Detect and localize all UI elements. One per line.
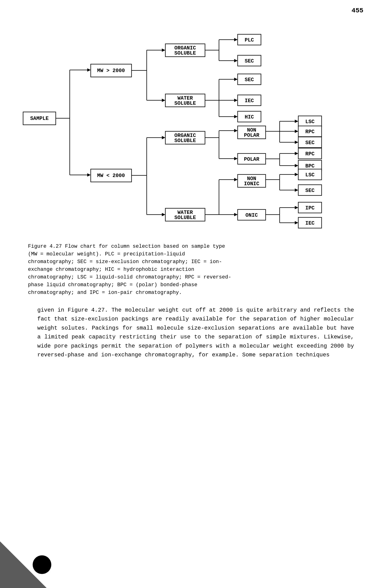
- svg-marker-41: [234, 115, 238, 118]
- svg-text:SAMPLE: SAMPLE: [30, 116, 48, 122]
- page-number: 455: [352, 7, 363, 14]
- svg-text:SEC: SEC: [305, 188, 315, 194]
- figure-caption: Figure 4.27 Flow chart for column select…: [28, 243, 354, 296]
- svg-marker-98: [234, 178, 238, 181]
- svg-marker-37: [234, 99, 238, 102]
- svg-marker-16: [162, 99, 165, 102]
- svg-marker-92: [295, 164, 298, 167]
- svg-text:POLAR: POLAR: [244, 156, 259, 162]
- svg-text:MW > 2000: MW > 2000: [97, 68, 125, 74]
- svg-text:BPC: BPC: [305, 163, 315, 169]
- svg-text:LSC: LSC: [305, 172, 315, 178]
- svg-text:SOLUBLE: SOLUBLE: [174, 50, 196, 56]
- svg-marker-68: [234, 157, 238, 160]
- svg-marker-23: [234, 38, 238, 41]
- svg-marker-123: [295, 221, 298, 224]
- svg-marker-51: [162, 136, 165, 139]
- svg-text:LSC: LSC: [305, 119, 315, 125]
- svg-marker-45: [87, 173, 91, 177]
- svg-marker-113: [295, 189, 298, 192]
- svg-text:HIC: HIC: [245, 114, 254, 120]
- svg-marker-56: [162, 213, 165, 216]
- svg-marker-109: [295, 173, 298, 176]
- svg-text:POLAR: POLAR: [244, 132, 259, 138]
- svg-marker-11: [162, 48, 165, 52]
- svg-text:RPC: RPC: [305, 151, 315, 157]
- svg-text:SOLUBLE: SOLUBLE: [174, 215, 196, 221]
- svg-marker-74: [295, 120, 298, 123]
- svg-text:IONIC: IONIC: [244, 181, 259, 187]
- svg-marker-27: [234, 59, 238, 62]
- svg-text:IEC: IEC: [305, 220, 315, 226]
- svg-text:RPC: RPC: [305, 129, 315, 135]
- svg-text:SOLUBLE: SOLUBLE: [174, 101, 196, 106]
- bottom-circle: [33, 555, 51, 574]
- svg-text:MW < 2000: MW < 2000: [97, 173, 125, 179]
- svg-marker-5: [87, 68, 91, 72]
- svg-text:PLC: PLC: [245, 37, 254, 43]
- svg-text:ONIC: ONIC: [246, 212, 258, 218]
- svg-marker-63: [234, 129, 238, 132]
- body-text: given in Figure 4.27. The molecular weig…: [37, 306, 354, 359]
- diagram-container: .box { fill: white; stroke: black; strok…: [14, 23, 368, 233]
- svg-marker-33: [234, 78, 238, 81]
- svg-text:SEC: SEC: [245, 77, 254, 83]
- svg-marker-103: [234, 213, 238, 216]
- svg-text:SEC: SEC: [305, 140, 315, 146]
- svg-marker-82: [295, 141, 298, 144]
- svg-text:SEC: SEC: [245, 58, 254, 64]
- svg-marker-88: [295, 152, 298, 155]
- svg-text:IEC: IEC: [245, 98, 254, 104]
- svg-marker-78: [295, 130, 298, 133]
- svg-text:IPC: IPC: [305, 205, 315, 211]
- svg-text:SOLUBLE: SOLUBLE: [174, 138, 196, 144]
- svg-marker-119: [295, 206, 298, 209]
